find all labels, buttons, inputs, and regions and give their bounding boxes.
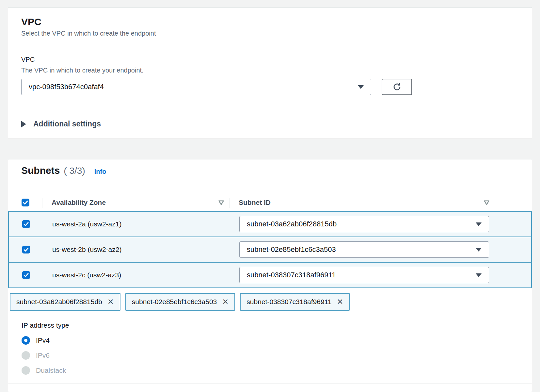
chevron-down-icon (476, 222, 482, 226)
refresh-button[interactable] (382, 79, 412, 95)
subnets-count: ( 3/3) (64, 166, 85, 176)
additional-settings-label: Additional settings (33, 120, 101, 128)
radio-disabled-icon (22, 351, 30, 360)
subnet-token: subnet-038307c318af96911 ✕ (240, 293, 350, 311)
divider (8, 383, 532, 384)
column-divider (229, 198, 230, 208)
dismiss-icon[interactable]: ✕ (107, 298, 114, 306)
row-checkbox[interactable] (22, 271, 30, 279)
radio-option-dualstack: Dualstack (22, 366, 532, 375)
table-row: us-west-2a (usw2-az1) subnet-03a62ab06f2… (8, 211, 532, 237)
subnet-token: subnet-03a62ab06f28815db ✕ (10, 293, 120, 311)
chevron-down-icon (476, 273, 482, 277)
selected-subnet-tokens: subnet-03a62ab06f28815db ✕ subnet-02e85e… (8, 293, 532, 311)
subnet-select[interactable]: subnet-038307c318af96911 (239, 267, 489, 283)
refresh-icon (392, 82, 402, 92)
vpc-select[interactable]: vpc-098f53b674c0afaf4 (21, 79, 371, 95)
radio-disabled-icon (22, 366, 30, 375)
vpc-select-value: vpc-098f53b674c0afaf4 (29, 83, 104, 91)
dismiss-icon[interactable]: ✕ (337, 298, 343, 306)
dismiss-icon[interactable]: ✕ (222, 298, 229, 306)
vpc-section-card: VPC Select the VPC in which to create th… (8, 7, 532, 138)
additional-settings-expander[interactable]: Additional settings (8, 113, 532, 135)
vpc-field-description: The VPC in which to create your endpoint… (21, 66, 519, 74)
vpc-card-description: Select the VPC in which to create the en… (21, 29, 519, 38)
chevron-down-icon (358, 85, 364, 89)
availability-zone-cell: us-west-2b (usw2-az2) (52, 246, 239, 253)
radio-option-ipv6: IPv6 (22, 351, 532, 360)
row-checkbox[interactable] (22, 220, 30, 228)
subnet-select-value: subnet-038307c318af96911 (247, 271, 336, 279)
column-header-subnet-id[interactable]: Subnet ID (239, 199, 271, 206)
ip-address-type-label: IP address type (22, 321, 532, 330)
token-label: subnet-038307c318af96911 (246, 298, 331, 306)
vpc-card-title: VPC (21, 16, 519, 28)
radio-label: IPv6 (36, 351, 50, 359)
subnets-section-card: Subnets ( 3/3) Info Availability Zone Su… (8, 159, 532, 392)
chevron-down-icon (476, 248, 482, 252)
subnet-select-value: subnet-02e85ebf1c6c3a503 (247, 245, 336, 254)
ip-address-type-group: IP address type IPv4 IPv6 Dualstack (22, 321, 532, 375)
info-link[interactable]: Info (94, 168, 106, 175)
vpc-field-label: VPC (21, 55, 519, 64)
column-header-availability-zone[interactable]: Availability Zone (52, 199, 106, 206)
column-divider (42, 198, 42, 208)
subnet-token: subnet-02e85ebf1c6c3a503 ✕ (125, 293, 235, 311)
subnet-select[interactable]: subnet-03a62ab06f28815db (239, 216, 489, 232)
radio-label: IPv4 (36, 336, 50, 344)
subnets-table-header: Availability Zone Subnet ID (8, 194, 532, 211)
table-row: us-west-2b (usw2-az2) subnet-02e85ebf1c6… (8, 237, 532, 263)
subnets-card-title: Subnets (21, 165, 60, 176)
subnet-select[interactable]: subnet-02e85ebf1c6c3a503 (239, 241, 489, 258)
row-checkbox[interactable] (22, 246, 30, 253)
token-label: subnet-02e85ebf1c6c3a503 (132, 298, 217, 306)
select-all-checkbox[interactable] (22, 199, 29, 206)
radio-option-ipv4: IPv4 (22, 336, 532, 345)
sort-icon[interactable] (218, 200, 224, 205)
sort-icon[interactable] (484, 200, 490, 205)
subnets-card-header: Subnets ( 3/3) Info (8, 159, 532, 176)
vpc-field: VPC The VPC in which to create your endp… (8, 43, 532, 95)
token-label: subnet-03a62ab06f28815db (16, 298, 102, 306)
subnet-select-value: subnet-03a62ab06f28815db (247, 220, 337, 228)
availability-zone-cell: us-west-2c (usw2-az3) (52, 271, 239, 279)
radio-label: Dualstack (36, 367, 66, 374)
vpc-card-header: VPC Select the VPC in which to create th… (8, 8, 532, 43)
radio-selected-icon[interactable] (22, 336, 30, 345)
expand-triangle-icon (21, 121, 26, 127)
table-row: us-west-2c (usw2-az3) subnet-038307c318a… (8, 262, 532, 288)
availability-zone-cell: us-west-2a (usw2-az1) (52, 220, 239, 228)
